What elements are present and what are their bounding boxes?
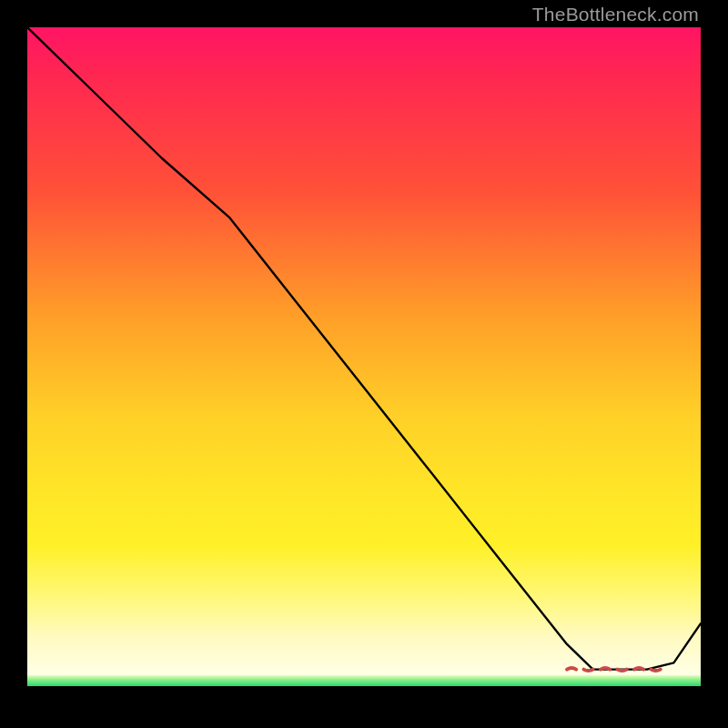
overlay-svg <box>27 27 701 701</box>
curve-line <box>27 27 701 670</box>
chart-stage: TheBottleneck.com <box>0 0 728 728</box>
watermark-text: TheBottleneck.com <box>532 4 699 25</box>
plot-area <box>27 27 701 701</box>
